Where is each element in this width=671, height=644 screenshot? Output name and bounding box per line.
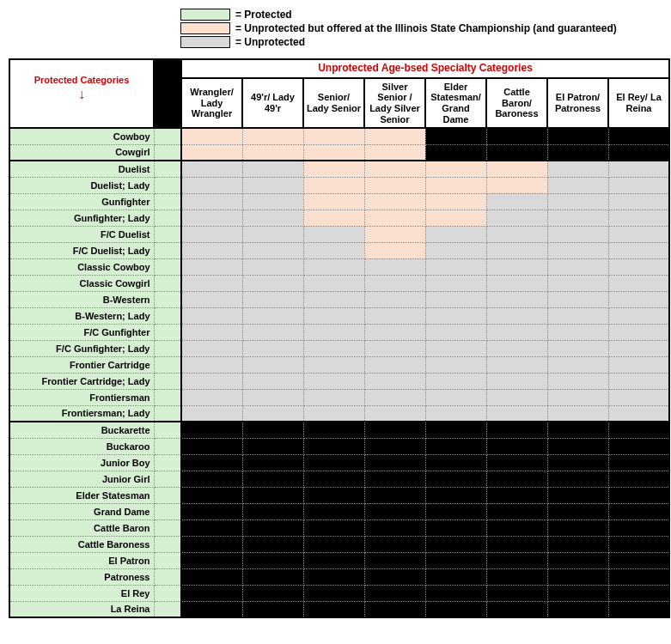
cell-black <box>608 536 669 552</box>
cell-black <box>547 144 608 161</box>
cell-black <box>425 585 486 601</box>
row-gap <box>154 210 181 226</box>
cell-unprot <box>486 356 547 373</box>
cell-unprot <box>425 340 486 356</box>
table-row: Duelist <box>9 161 669 177</box>
cell-black <box>242 438 303 454</box>
cell-unprot <box>181 373 242 389</box>
cell-unprot <box>486 307 547 324</box>
cell-black <box>242 552 303 568</box>
cell-unprot <box>608 193 669 210</box>
cell-black <box>486 487 547 503</box>
cell-black <box>486 454 547 471</box>
cell-black <box>608 601 669 617</box>
cell-black <box>181 503 242 519</box>
cell-black <box>486 144 547 161</box>
cell-unprot <box>242 275 303 291</box>
cell-black <box>486 585 547 601</box>
cell-unprot <box>486 226 547 242</box>
cell-black <box>242 536 303 552</box>
cell-offered <box>425 210 486 226</box>
cell-unprot <box>303 242 364 258</box>
cell-offered <box>242 144 303 161</box>
cell-black <box>303 552 364 568</box>
legend-protected-text: = Protected <box>235 9 292 21</box>
cell-unprot <box>303 389 364 405</box>
cell-black <box>486 601 547 617</box>
cell-unprot <box>425 275 486 291</box>
cell-unprot <box>364 275 425 291</box>
header-col-5: Cattle Baron/ Baroness <box>486 78 547 129</box>
cell-black <box>608 471 669 487</box>
table-row: Classic Cowboy <box>9 258 669 275</box>
cell-unprot <box>303 291 364 307</box>
cell-unprot <box>303 340 364 356</box>
table-row: B-Western; Lady <box>9 307 669 324</box>
cell-black <box>303 487 364 503</box>
cell-offered <box>303 128 364 144</box>
cell-unprot <box>547 193 608 210</box>
cell-unprot <box>242 242 303 258</box>
cell-offered <box>181 128 242 144</box>
cell-unprot <box>181 258 242 275</box>
row-label: Duelist <box>9 161 154 177</box>
cell-unprot <box>486 275 547 291</box>
cell-unprot <box>242 356 303 373</box>
cell-unprot <box>181 340 242 356</box>
cell-unprot <box>608 324 669 340</box>
table-row: Cattle Baroness <box>9 536 669 552</box>
cell-black <box>303 503 364 519</box>
cell-black <box>181 552 242 568</box>
cell-black <box>608 128 669 144</box>
row-gap <box>154 585 181 601</box>
cell-black <box>242 422 303 438</box>
cell-black <box>547 601 608 617</box>
row-gap <box>154 454 181 471</box>
cell-unprot <box>425 373 486 389</box>
cell-unprot <box>425 324 486 340</box>
row-label: Gunfighter; Lady <box>9 210 154 226</box>
row-label: Cattle Baron <box>9 519 154 536</box>
table-row: Gunfighter; Lady <box>9 210 669 226</box>
swatch-unprotected <box>180 36 230 48</box>
cell-unprot <box>608 405 669 422</box>
table-row: B-Western <box>9 291 669 307</box>
swatch-protected <box>180 9 230 21</box>
row-label: El Patron <box>9 552 154 568</box>
cell-black <box>364 487 425 503</box>
cell-black <box>364 601 425 617</box>
cell-black <box>242 568 303 585</box>
header-col-2: Senior/ Lady Senior <box>303 78 364 129</box>
cell-black <box>364 519 425 536</box>
cell-unprot <box>486 193 547 210</box>
cell-unprot <box>364 258 425 275</box>
legend-row-unprotected: = Unprotected <box>180 36 662 48</box>
cell-offered <box>303 193 364 210</box>
header-col-0: Wrangler/ Lady Wrangler <box>181 78 242 129</box>
cell-unprot <box>486 389 547 405</box>
cell-unprot <box>547 405 608 422</box>
cell-unprot <box>242 324 303 340</box>
header-protected-categories: Protected Categories ↓ <box>9 59 154 128</box>
cell-unprot <box>242 373 303 389</box>
cell-black <box>547 454 608 471</box>
cell-black <box>181 601 242 617</box>
cell-unprot <box>608 356 669 373</box>
table-row: Patroness <box>9 568 669 585</box>
row-label: Junior Girl <box>9 471 154 487</box>
table-row: Junior Girl <box>9 471 669 487</box>
cell-offered <box>242 128 303 144</box>
cell-unprot <box>547 291 608 307</box>
header-col-4: Elder Statesman/ Grand Dame <box>425 78 486 129</box>
cell-unprot <box>181 177 242 193</box>
row-gap <box>154 307 181 324</box>
cell-black <box>486 128 547 144</box>
table-row: Cowgirl <box>9 144 669 161</box>
cell-unprot <box>486 373 547 389</box>
table-row: Grand Dame <box>9 503 669 519</box>
cell-unprot <box>303 373 364 389</box>
cell-black <box>547 519 608 536</box>
cell-black <box>425 568 486 585</box>
cell-offered <box>303 161 364 177</box>
cell-black <box>181 585 242 601</box>
